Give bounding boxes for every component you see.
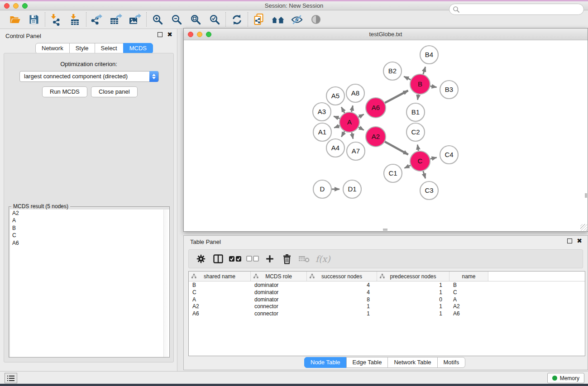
graph-edge-A-A4[interactable]: [341, 131, 344, 137]
zoom-selected-button[interactable]: [205, 11, 224, 28]
export-network-button[interactable]: [88, 11, 107, 28]
delete-table-button[interactable]: [296, 251, 313, 267]
graph-node-A3[interactable]: A3: [313, 103, 331, 121]
import-table-button[interactable]: [66, 11, 85, 28]
tab-style[interactable]: Style: [69, 43, 95, 54]
graph-node-B2[interactable]: B2: [383, 62, 402, 80]
horizontal-scroll-indicator[interactable]: [383, 229, 387, 231]
vertical-scroll-indicator[interactable]: [585, 193, 587, 198]
run-mcds-button[interactable]: Run MCDS: [42, 86, 87, 97]
column-header-shared-name[interactable]: shared name: [189, 272, 251, 281]
graph-node-B3[interactable]: B3: [440, 81, 458, 99]
graph-node-A2[interactable]: A2: [366, 127, 386, 147]
graph-edge-C-C3[interactable]: [423, 171, 425, 178]
tab-mcds[interactable]: MCDS: [123, 43, 153, 54]
graph-node-C[interactable]: C: [410, 151, 430, 171]
graph-node-A7[interactable]: A7: [347, 142, 365, 160]
tab-network-table[interactable]: Network Table: [387, 357, 437, 368]
home-button[interactable]: [268, 11, 287, 28]
node-table[interactable]: shared nameMCDS rolesuccessor nodesprede…: [188, 271, 585, 356]
graph-node-C2[interactable]: C2: [406, 123, 425, 141]
result-item[interactable]: A2: [10, 210, 169, 217]
graph-edge-C-C4[interactable]: [430, 157, 437, 159]
import-network-button[interactable]: [47, 11, 66, 28]
add-column-button[interactable]: [261, 251, 278, 267]
gear-button[interactable]: [192, 251, 210, 267]
hide-eye-button[interactable]: [287, 11, 306, 28]
task-history-button[interactable]: [5, 373, 17, 383]
graph-edge-B-B2[interactable]: [404, 76, 411, 80]
graph-node-D[interactable]: D: [313, 180, 331, 198]
function-builder-button[interactable]: f(x): [316, 254, 330, 264]
graph-edge-A-A5[interactable]: [341, 107, 344, 113]
graph-edge-A-A2[interactable]: [359, 127, 364, 130]
tab-edge-table[interactable]: Edge Table: [346, 357, 388, 368]
save-session-button[interactable]: [24, 11, 43, 28]
duplicate-network-button[interactable]: [249, 11, 268, 28]
criterion-dropdown[interactable]: largest connected component (directed): [19, 71, 159, 82]
graph-edge-A-A8[interactable]: [352, 105, 353, 112]
column-header-name[interactable]: name: [449, 272, 488, 281]
result-item[interactable]: A6: [10, 239, 169, 247]
table-row[interactable]: A6connector11A6: [189, 310, 585, 317]
close-panel-icon[interactable]: ✖: [167, 32, 172, 37]
graph-node-C4[interactable]: C4: [440, 146, 458, 164]
column-header-MCDS-role[interactable]: MCDS role: [251, 272, 307, 281]
column-header-predecessor-nodes[interactable]: predecessor nodes: [377, 272, 449, 281]
graph-edge-A-A3[interactable]: [334, 116, 339, 119]
graph-node-A4[interactable]: A4: [326, 139, 344, 157]
delete-column-button[interactable]: [278, 251, 296, 267]
float-panel-icon[interactable]: [158, 32, 163, 37]
graph-node-C1[interactable]: C1: [384, 164, 402, 182]
table-row[interactable]: Bdominator41B: [189, 281, 585, 289]
tab-network[interactable]: Network: [35, 43, 70, 54]
graph-edge-B-B3[interactable]: [430, 86, 437, 87]
graph-edge-B-B1[interactable]: [418, 95, 419, 100]
graph-node-A1[interactable]: A1: [313, 123, 331, 141]
graph-node-D1[interactable]: D1: [343, 180, 361, 198]
graph-node-A5[interactable]: A5: [326, 87, 344, 105]
resize-grip-icon[interactable]: [580, 224, 587, 231]
graph-edge-A-A7[interactable]: [352, 133, 353, 139]
dropdown-stepper-icon[interactable]: [149, 71, 158, 82]
table-row[interactable]: Cdominator41C: [189, 289, 585, 296]
graph-node-A8[interactable]: A8: [346, 84, 364, 102]
deselect-all-button[interactable]: [244, 251, 261, 267]
graph-edge-A-A1[interactable]: [334, 126, 339, 128]
gray-eye-button[interactable]: [306, 11, 325, 28]
graph-edge-A6-B[interactable]: [385, 91, 408, 103]
export-image-button[interactable]: [126, 11, 145, 28]
graph-edge-C-C2[interactable]: [417, 145, 418, 151]
column-view-button[interactable]: [210, 251, 227, 267]
graph-edge-C-C1[interactable]: [405, 165, 411, 168]
graph-node-B4[interactable]: B4: [420, 46, 438, 64]
tab-node-table[interactable]: Node Table: [304, 357, 347, 368]
zoom-fit-button[interactable]: [186, 11, 205, 28]
mcds-result-list[interactable]: A2ABCA6: [10, 210, 169, 357]
graph-edge-A2-C[interactable]: [385, 142, 408, 154]
graph-node-A[interactable]: A: [339, 112, 359, 132]
network-canvas[interactable]: B4B2BB3A5A8A6B1A3AA1C2A2A4A7C4CC1C3DD1: [184, 41, 587, 231]
search-input[interactable]: [449, 4, 584, 15]
graph-node-B[interactable]: B: [410, 74, 430, 94]
result-scrollbar[interactable]: [163, 210, 168, 357]
select-all-button[interactable]: [227, 251, 244, 267]
graph-node-A6[interactable]: A6: [366, 98, 386, 118]
graph-edge-B-B4[interactable]: [423, 67, 425, 74]
table-row[interactable]: A2connector11A2: [189, 303, 585, 310]
zoom-in-button[interactable]: [148, 11, 167, 28]
memory-button[interactable]: Memory: [547, 373, 584, 383]
graph-edge-A-A6[interactable]: [359, 114, 364, 117]
zoom-out-button[interactable]: [167, 11, 186, 28]
open-session-button[interactable]: [5, 11, 24, 28]
tab-motifs[interactable]: Motifs: [437, 357, 466, 368]
result-item[interactable]: C: [10, 232, 169, 240]
close-panel-button[interactable]: Close panel: [91, 86, 138, 97]
column-header-successor-nodes[interactable]: successor nodes: [307, 272, 377, 281]
float-table-panel-icon[interactable]: [567, 238, 572, 243]
refresh-button[interactable]: [227, 11, 246, 28]
graph-node-C3[interactable]: C3: [420, 181, 438, 200]
result-item[interactable]: B: [10, 224, 169, 232]
result-item[interactable]: A: [10, 217, 169, 225]
table-row[interactable]: Adominator80A: [189, 296, 585, 303]
